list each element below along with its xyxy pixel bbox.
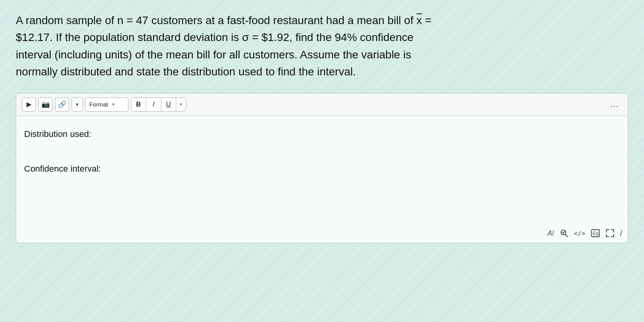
underline-button[interactable]: U <box>161 97 176 112</box>
question-line3: interval (including units) of the mean b… <box>16 49 411 61</box>
question-line1: A random sample of n = 47 customers at a… <box>16 14 431 26</box>
spell-check-icon[interactable] <box>560 229 569 238</box>
editor-container: ▶ 📷 🔗 ▾ Format ▾ B I U <box>16 93 628 243</box>
camera-button[interactable]: 📷 <box>38 97 53 112</box>
question-line4: normally distributed and state the distr… <box>16 66 356 78</box>
question-text: A random sample of n = 47 customers at a… <box>16 12 628 80</box>
more-options-button[interactable]: ... <box>608 100 622 109</box>
question-line2: $12.17. If the population standard devia… <box>16 31 414 43</box>
svg-text:Eq: Eq <box>593 231 599 236</box>
text-check-icon[interactable]: A/ <box>548 229 554 238</box>
equation-icon[interactable]: Eq <box>591 229 600 238</box>
insert-chevron-icon: ▾ <box>76 101 79 108</box>
toolbar: ▶ 📷 🔗 ▾ Format ▾ B I U <box>16 94 628 116</box>
page: A random sample of n = 47 customers at a… <box>0 0 644 251</box>
formatting-group: B I U ▾ <box>131 97 186 112</box>
svg-line-1 <box>565 234 568 237</box>
insert-dropdown-button[interactable]: ▾ <box>72 97 83 112</box>
format-dropdown[interactable]: Format ▾ <box>85 97 128 112</box>
play-button[interactable]: ▶ <box>22 97 36 112</box>
confidence-interval-line: Confidence interval: <box>24 160 620 178</box>
link-icon: 🔗 <box>58 100 66 109</box>
camera-icon: 📷 <box>41 100 50 109</box>
formatting-chevron-icon: ▾ <box>180 102 182 107</box>
format-label: Format <box>89 101 108 108</box>
bold-button[interactable]: B <box>131 97 146 112</box>
play-icon: ▶ <box>26 100 32 109</box>
distribution-line: Distribution used: <box>24 125 620 143</box>
expand-icon[interactable] <box>606 229 614 238</box>
bottom-toolbar: A/ </> Eq <box>548 229 623 238</box>
link-button[interactable]: 🔗 <box>55 97 69 112</box>
more-icon: ... <box>611 100 619 109</box>
slash-icon[interactable]: / <box>620 229 622 238</box>
italic-button[interactable]: I <box>146 97 161 112</box>
editor-content[interactable]: Distribution used: Confidence interval: <box>16 116 628 182</box>
format-chevron-icon: ▾ <box>112 102 115 107</box>
formatting-dropdown-button[interactable]: ▾ <box>176 97 186 112</box>
code-icon[interactable]: </> <box>574 230 586 237</box>
xbar-symbol: x <box>416 14 422 26</box>
